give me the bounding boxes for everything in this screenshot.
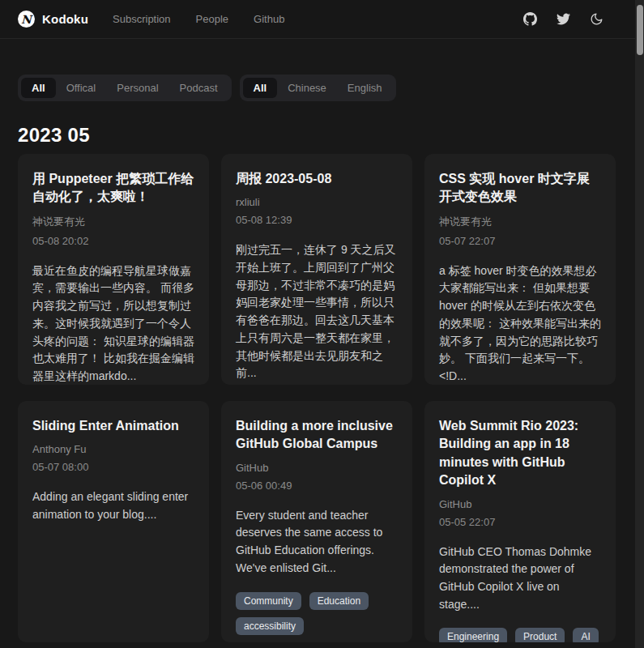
filter-group-type: All Offical Personal Podcast (18, 75, 232, 101)
post-excerpt: 最近在鱼皮的编程导航星球做嘉宾，需要输出一些内容。 而很多内容我之前写过，所以想… (32, 262, 194, 385)
main-nav: Subscription People Github (113, 13, 284, 25)
moon-dark-mode-icon[interactable] (590, 12, 603, 26)
post-date: 05-06 00:49 (236, 480, 398, 492)
post-excerpt: Adding an elegant sliding enter animatio… (32, 488, 194, 523)
scrollbar-track[interactable] (635, 0, 644, 648)
post-excerpt: Every student and teacher deserves the s… (236, 507, 398, 578)
post-card[interactable]: Sliding Enter Animation Anthony Fu 05-07… (18, 401, 209, 642)
top-navbar: N Kodoku Subscription People Github (0, 0, 644, 39)
post-grid: 用 Puppeteer 把繁琐工作给自动化了，太爽啦！ 神说要有光 05-08 … (18, 154, 616, 642)
post-date: 05-05 22:07 (439, 516, 601, 528)
post-card[interactable]: Building a more inclusive GitHub Global … (221, 401, 412, 642)
brand-name[interactable]: Kodoku (42, 12, 88, 26)
post-author: rxliuli (236, 196, 398, 208)
post-date: 05-07 08:00 (32, 461, 194, 473)
post-tag[interactable]: Product (515, 628, 565, 642)
scrollbar-thumb[interactable] (637, 5, 643, 55)
post-author: GitHub (236, 462, 398, 474)
header-icon-group (523, 12, 603, 26)
filter-type-all[interactable]: All (21, 78, 56, 98)
post-author: Anthony Fu (32, 443, 194, 455)
nav-link-subscription[interactable]: Subscription (113, 13, 171, 25)
month-heading: 2023 05 (18, 124, 616, 147)
post-excerpt: GitHub CEO Thomas Dohmke demonstrated th… (439, 544, 601, 614)
filter-bar: All Offical Personal Podcast All Chinese… (18, 75, 616, 101)
post-title: Web Summit Rio 2023: Building an app in … (439, 417, 601, 490)
post-title: 周报 2023-05-08 (236, 170, 398, 188)
post-card[interactable]: 用 Puppeteer 把繁琐工作给自动化了，太爽啦！ 神说要有光 05-08 … (18, 154, 209, 385)
filter-lang-english[interactable]: English (337, 78, 393, 98)
post-tag[interactable]: AI (573, 628, 598, 642)
filter-type-offical[interactable]: Offical (56, 78, 107, 98)
post-date: 05-08 20:02 (32, 235, 194, 247)
post-author: GitHub (439, 498, 601, 510)
filter-type-personal[interactable]: Personal (106, 78, 168, 98)
post-tag[interactable]: accessibility (236, 617, 304, 635)
post-tag[interactable]: Community (236, 592, 301, 610)
post-author: 神说要有光 (32, 215, 194, 229)
post-author: 神说要有光 (439, 215, 601, 229)
main-content: All Offical Personal Podcast All Chinese… (0, 75, 644, 642)
post-tag-list: Engineering Product AI artificial intell… (439, 628, 601, 642)
github-icon[interactable] (523, 12, 537, 26)
post-card[interactable]: Web Summit Rio 2023: Building an app in … (424, 401, 616, 642)
logo-letter: N (21, 13, 32, 26)
post-title: Building a more inclusive GitHub Global … (236, 417, 398, 454)
post-tag[interactable]: Engineering (439, 628, 507, 642)
nav-link-github[interactable]: Github (254, 13, 284, 25)
post-excerpt: 刚过完五一，连休了 9 天之后又开始上班了。上周回到了广州父母那边，不过非常不凑… (236, 241, 398, 382)
filter-lang-all[interactable]: All (243, 78, 278, 98)
kodoku-logo-icon[interactable]: N (18, 11, 35, 28)
post-title: CSS 实现 hover 时文字展开式变色效果 (439, 170, 601, 207)
post-card[interactable]: CSS 实现 hover 时文字展开式变色效果 神说要有光 05-07 22:0… (424, 154, 616, 385)
post-tag-list: Community Education accessibility GitHub… (236, 592, 398, 642)
filter-type-podcast[interactable]: Podcast (169, 78, 228, 98)
post-tag[interactable]: Education (309, 592, 369, 610)
post-card[interactable]: 周报 2023-05-08 rxliuli 05-08 12:39 刚过完五一，… (221, 154, 412, 385)
filter-group-language: All Chinese English (240, 75, 396, 101)
post-excerpt: a 标签 hover 时变色的效果想必大家都能写出来： 但如果想要 hover … (439, 262, 601, 385)
nav-link-people[interactable]: People (196, 13, 228, 25)
twitter-icon[interactable] (557, 12, 570, 26)
filter-lang-chinese[interactable]: Chinese (277, 78, 337, 98)
post-title: Sliding Enter Animation (32, 417, 194, 435)
post-title: 用 Puppeteer 把繁琐工作给自动化了，太爽啦！ (32, 170, 194, 207)
post-date: 05-07 22:07 (439, 235, 601, 247)
post-date: 05-08 12:39 (236, 214, 398, 226)
